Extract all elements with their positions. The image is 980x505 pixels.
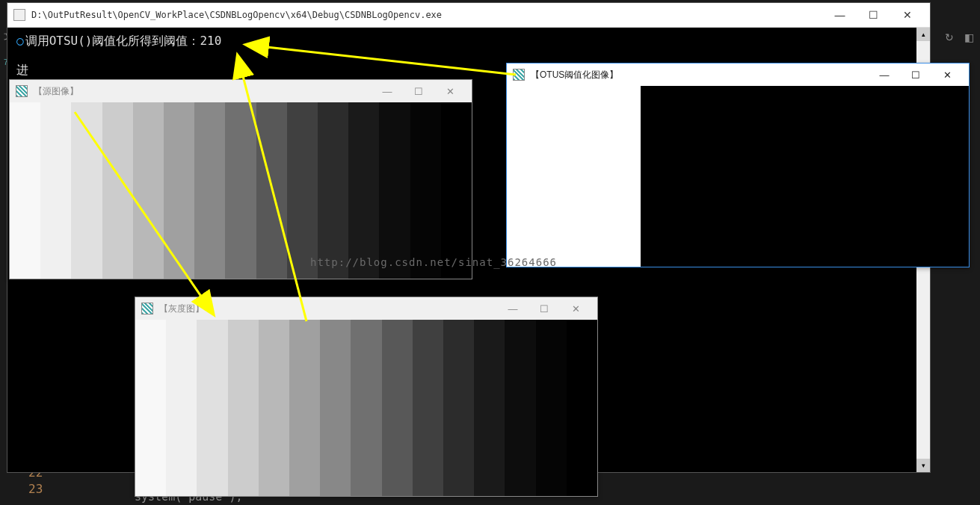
gradient-step [164, 102, 194, 279]
maximize-button[interactable]: ☐ [403, 81, 434, 102]
window-controls: — ☐ ✕ [823, 4, 924, 26]
app-icon [13, 9, 25, 21]
gradient-step [259, 320, 289, 496]
gray-image-content [135, 320, 597, 496]
gradient-image [10, 102, 472, 279]
gradient-step [228, 320, 259, 496]
console-title: D:\OutPutResult\OpenCV_WorkPlace\CSDNBLo… [31, 10, 823, 20]
maximize-button[interactable]: ☐ [900, 64, 931, 85]
gradient-step [474, 320, 505, 496]
bookmark-icon: ◧ [964, 31, 974, 43]
window-controls: — ☐ ✕ [497, 298, 591, 319]
otsu-titlebar[interactable]: 【OTUS阈值化图像】 — ☐ ✕ [507, 63, 969, 86]
gradient-step [536, 320, 567, 496]
gradient-step [351, 320, 381, 496]
gradient-step [567, 320, 597, 496]
close-button[interactable]: ✕ [560, 298, 591, 319]
gradient-step [225, 102, 256, 279]
otsu-title: 【OTUS阈值化图像】 [531, 69, 869, 81]
otsu-image-content [507, 86, 969, 267]
source-image-content [10, 102, 472, 279]
scroll-down-button[interactable]: ▾ [916, 459, 930, 472]
binary-image [507, 86, 969, 267]
maximize-button[interactable]: ☐ [528, 298, 560, 319]
gray-title: 【灰度图】 [159, 303, 497, 315]
gradient-step [194, 102, 225, 279]
console-line: 调用OTSU()阈值化所得到阈值：210 [25, 34, 222, 48]
white-region [507, 86, 641, 267]
close-button[interactable]: ✕ [931, 64, 963, 85]
source-title: 【源图像】 [34, 85, 372, 98]
minimize-button[interactable]: — [823, 4, 857, 26]
gradient-step [10, 102, 40, 279]
gradient-step [413, 320, 443, 496]
window-controls: — ☐ ✕ [869, 64, 963, 85]
info-icon: ○ [16, 34, 24, 48]
console-titlebar[interactable]: D:\OutPutResult\OpenCV_WorkPlace\CSDNBLo… [7, 3, 930, 28]
gradient-image [135, 320, 597, 496]
source-titlebar[interactable]: 【源图像】 — ☐ ✕ [10, 80, 472, 102]
gradient-step [289, 320, 320, 496]
otsu-image-window: 【OTUS阈值化图像】 — ☐ ✕ [506, 63, 970, 267]
gradient-step [443, 320, 474, 496]
gradient-step [382, 320, 413, 496]
gradient-step [256, 102, 287, 279]
gradient-step [166, 320, 197, 496]
maximize-button[interactable]: ☐ [857, 4, 890, 26]
gray-image-window: 【灰度图】 — ☐ ✕ [135, 297, 598, 497]
close-button[interactable]: ✕ [890, 4, 924, 26]
refresh-icon: ↻ [945, 31, 954, 43]
gray-titlebar[interactable]: 【灰度图】 — ☐ ✕ [135, 297, 597, 320]
gradient-step [40, 102, 71, 279]
gradient-step [348, 102, 379, 279]
source-image-window: 【源图像】 — ☐ ✕ [9, 79, 472, 279]
gradient-step [102, 102, 133, 279]
minimize-button[interactable]: — [869, 64, 900, 85]
gradient-step [318, 102, 348, 279]
window-controls: — ☐ ✕ [372, 81, 466, 102]
gradient-step [133, 102, 164, 279]
gradient-step [441, 102, 472, 279]
gradient-step [197, 320, 227, 496]
minimize-button[interactable]: — [497, 298, 528, 319]
gradient-step [71, 102, 102, 279]
gradient-step [320, 320, 351, 496]
watermark-text: http://blog.csdn.net/sinat_36264666 [310, 256, 557, 268]
scroll-up-button[interactable]: ▴ [916, 28, 930, 41]
close-button[interactable]: ✕ [434, 81, 466, 102]
gradient-step [379, 102, 410, 279]
opencv-icon [16, 85, 28, 97]
opencv-icon [513, 69, 525, 81]
gradient-step [505, 320, 535, 496]
minimize-button[interactable]: — [372, 81, 403, 102]
line-number: 23 [28, 481, 43, 498]
gradient-step [287, 102, 318, 279]
gradient-step [135, 320, 166, 496]
black-region [641, 86, 969, 267]
ide-right-icons: ↻ ◧ [945, 31, 974, 43]
opencv-icon [141, 303, 153, 315]
gradient-step [410, 102, 441, 279]
